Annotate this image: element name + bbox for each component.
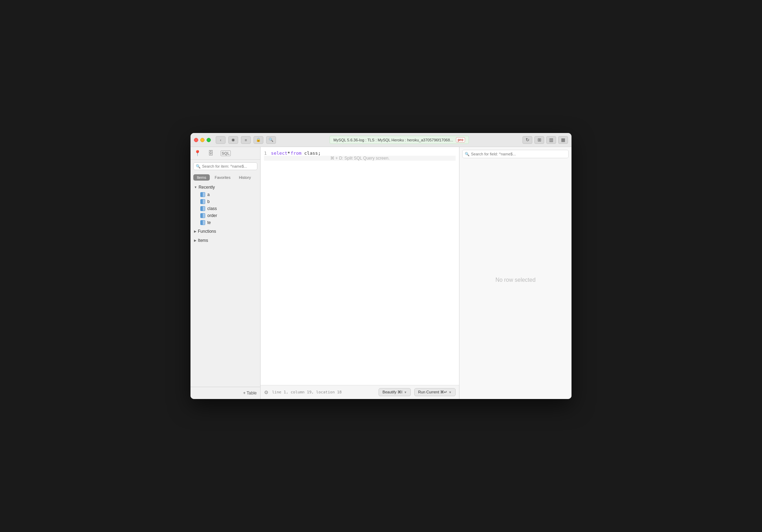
pro-badge: pro: [456, 137, 465, 142]
add-table-label: + Table: [243, 391, 257, 396]
field-search-input[interactable]: [462, 150, 569, 158]
sidebar: 📍 🗄 SQL 🔍 Items Favorites History ▼ Rece…: [190, 147, 261, 399]
traffic-lights: [194, 138, 211, 142]
search-button[interactable]: 🔍: [266, 136, 276, 144]
line-number: 1: [264, 150, 267, 156]
table-icon: [200, 192, 205, 197]
eye-icon: ◉: [231, 138, 235, 142]
layout1-icon: ▥: [549, 137, 553, 142]
right-search[interactable]: 🔍: [459, 147, 572, 161]
database-icon[interactable]: 🗄: [208, 150, 214, 156]
search-icon: 🔍: [269, 138, 273, 142]
table-name: class: [304, 150, 318, 156]
sidebar-search-icon: 🔍: [196, 164, 201, 169]
item-name: a: [207, 192, 210, 197]
connection-info: MySQL 5.6.36-log : TLS : MySQL Heroku : …: [330, 136, 469, 144]
split-hint: ⌘ + D: Split SQL Query screen.: [330, 156, 390, 161]
table-icon: [200, 206, 205, 211]
list-item[interactable]: te: [190, 219, 260, 226]
sidebar-icons: 📍 🗄 SQL: [190, 147, 260, 160]
right-panel: 🔍 No row selected: [459, 147, 572, 399]
list-item[interactable]: a: [190, 191, 260, 198]
editor-top[interactable]: 1 select*from class; ⌘ + D: Split SQL Qu…: [261, 147, 459, 385]
table-icon: [200, 220, 205, 225]
tab-items[interactable]: Items: [193, 174, 210, 181]
item-name: class: [207, 206, 217, 211]
item-name: order: [207, 213, 217, 218]
editor-bottom-bar: ⚙ line 1, column 19, location 18 Beautif…: [261, 385, 459, 399]
items-section: ▶ Items: [190, 237, 260, 244]
list-item[interactable]: b: [190, 198, 260, 205]
item-name: b: [207, 199, 210, 204]
lock-icon: 🔒: [256, 138, 261, 142]
sidebar-tree: ▼ Recently a: [190, 182, 260, 387]
semicolon: ;: [318, 150, 321, 156]
beautify-chevron-icon: ▼: [404, 391, 407, 394]
keyword-from: from: [291, 150, 302, 156]
settings-icon[interactable]: ⚙: [264, 390, 269, 395]
sidebar-search[interactable]: 🔍: [193, 162, 257, 170]
layout2-button[interactable]: ▦: [558, 136, 568, 144]
run-current-button[interactable]: Run Current ⌘↵ ▼: [414, 388, 456, 396]
sql-icon[interactable]: SQL: [221, 150, 231, 156]
sidebar-search-input[interactable]: [193, 162, 257, 170]
menu-button[interactable]: ≡: [241, 136, 251, 144]
grid-icon: ⊞: [538, 137, 541, 142]
right-search-icon: 🔍: [465, 152, 470, 156]
beautify-button[interactable]: Beautify ⌘I ▼: [379, 388, 411, 396]
refresh-icon: ↻: [526, 137, 529, 142]
list-item[interactable]: class: [190, 205, 260, 212]
layout1-button[interactable]: ▥: [546, 136, 556, 144]
connection-text: MySQL 5.6.36-log : TLS : MySQL Heroku : …: [333, 138, 453, 142]
items-label: Items: [198, 238, 208, 243]
no-row-selected-label: No row selected: [496, 277, 536, 283]
run-current-chevron-icon: ▼: [449, 391, 452, 394]
sidebar-tabs: Items Favorites History: [190, 173, 260, 182]
grid-button[interactable]: ⊞: [534, 136, 544, 144]
maximize-button[interactable]: [207, 138, 211, 142]
functions-arrow-icon: ▶: [194, 230, 196, 233]
right-panel-content: No row selected: [459, 161, 572, 399]
items-arrow-icon: ▶: [194, 239, 196, 242]
lock-button[interactable]: 🔒: [254, 136, 263, 144]
editor-result-area: ⌘ + D: Split SQL Query screen.: [264, 156, 456, 161]
titlebar-right: ↻ ⊞ ▥ ▦: [522, 136, 568, 144]
recently-label: Recently: [199, 185, 215, 190]
titlebar: ‹ ◉ ≡ 🔒 🔍 MySQL 5.6.36-log : TLS : MySQL…: [190, 133, 572, 147]
recently-header[interactable]: ▼ Recently: [190, 183, 260, 191]
items-header[interactable]: ▶ Items: [190, 237, 260, 244]
layout2-icon: ▦: [561, 137, 565, 142]
database-pin-icon[interactable]: 📍: [194, 150, 201, 156]
functions-header[interactable]: ▶ Functions: [190, 227, 260, 235]
item-name: te: [207, 220, 211, 225]
sidebar-footer: + Table: [190, 387, 260, 399]
minimize-button[interactable]: [200, 138, 205, 142]
main-content: 📍 🗄 SQL 🔍 Items Favorites History ▼ Rece…: [190, 147, 572, 399]
functions-label: Functions: [198, 229, 216, 234]
beautify-label: Beautify ⌘I: [382, 390, 402, 394]
menu-icon: ≡: [245, 138, 247, 142]
code-content: select*from class;: [271, 150, 321, 156]
keyword-select: select: [271, 150, 288, 156]
recently-arrow-icon: ▼: [194, 186, 197, 189]
recently-section: ▼ Recently a: [190, 183, 260, 226]
functions-section: ▶ Functions: [190, 227, 260, 235]
code-line: 1 select*from class;: [264, 150, 456, 156]
list-item[interactable]: order: [190, 212, 260, 219]
tab-favorites[interactable]: Favorites: [211, 174, 234, 181]
back-button[interactable]: ‹: [216, 136, 226, 144]
back-icon: ‹: [220, 138, 221, 142]
add-table-button[interactable]: + Table: [243, 391, 257, 396]
table-icon: [200, 199, 205, 204]
eye-button[interactable]: ◉: [228, 136, 238, 144]
titlebar-center: MySQL 5.6.36-log : TLS : MySQL Heroku : …: [279, 136, 520, 144]
app-window: ‹ ◉ ≡ 🔒 🔍 MySQL 5.6.36-log : TLS : MySQL…: [190, 133, 572, 399]
star-operator: *: [288, 150, 290, 156]
location-text: line 1, column 19, location 18: [272, 390, 375, 394]
close-button[interactable]: [194, 138, 198, 142]
refresh-button[interactable]: ↻: [522, 136, 532, 144]
run-current-label: Run Current ⌘↵: [418, 390, 447, 394]
table-icon: [200, 213, 205, 218]
tab-history[interactable]: History: [235, 174, 254, 181]
editor-area: 1 select*from class; ⌘ + D: Split SQL Qu…: [261, 147, 459, 399]
